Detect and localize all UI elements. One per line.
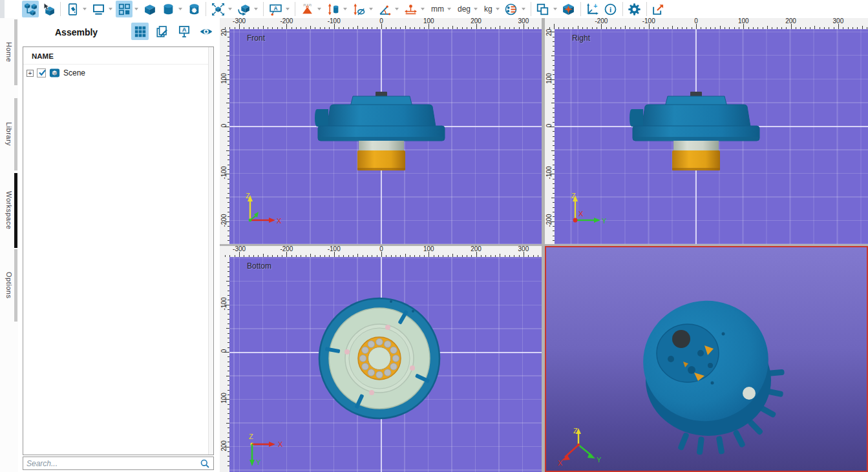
side-tab-library[interactable]: Library [0,98,18,170]
dropdown-arrow-icon[interactable] [178,8,182,10]
dropdown-arrow-icon[interactable] [522,8,525,10]
svg-text:Z: Z [573,427,578,435]
toolbar-cube-select-button[interactable] [40,1,57,17]
toolbar-settings-gear-button[interactable] [626,1,643,17]
cube-select-icon [42,3,56,16]
ruler-horizontal-front: -300-200-1000100200300 [220,18,542,29]
toolbar-cylinder-button[interactable] [160,1,176,17]
diameter-measure-icon [352,3,366,16]
dropdown-arrow-icon[interactable] [134,8,138,10]
viewport-label: Right [572,34,590,43]
panel-tool-visibility-eye[interactable] [197,23,215,40]
toolbar-unit-angle[interactable]: deg [454,5,472,14]
ruler-tick [524,24,524,29]
caliper-measure-icon [404,3,418,16]
toolbar-separator [622,2,623,16]
dropdown-arrow-icon[interactable] [553,8,557,10]
tree-scrollbar[interactable] [208,47,213,455]
toolbar-fill-document-button[interactable] [64,1,81,17]
toolbar-separator [263,2,264,16]
panel-tool-label-display[interactable]: A [175,23,193,40]
tree-row-scene[interactable]: + Scene [23,65,213,81]
ruler-tick-label: 100 [419,18,438,25]
toolbar-viewport-layout-button[interactable] [116,1,132,17]
toolbar-expand-cube-button[interactable] [209,1,226,17]
dropdown-arrow-icon[interactable] [83,8,87,10]
panel-header: Assembly A [18,18,220,46]
toolbar-cylinder-gear-button[interactable] [185,1,202,17]
distance-cylinder-icon [326,3,340,16]
toolbar-diameter-measure-button[interactable] [350,1,367,17]
scene-checkbox[interactable] [37,68,46,77]
grid-view-icon [133,25,147,39]
panel-tool-grid-view[interactable] [131,23,149,40]
toolbar-separator [580,2,581,16]
toolbar-info-button[interactable]: i [602,1,619,17]
search-input[interactable] [26,459,200,468]
toolbar-cube-star-button[interactable] [560,1,577,17]
bottom-view-canvas[interactable]: Bottom Z X Y [229,257,542,472]
toolbar-unit-mass[interactable]: kg [480,5,494,14]
side-tab-home[interactable]: Home [0,19,18,85]
ruler-tick-label: 0 [545,116,553,136]
axis-triad-bottom: Z X Y [239,430,284,469]
toolbar-screen-label-button[interactable]: A [267,1,284,17]
external-window-icon [651,3,665,16]
ruler-tick [334,252,335,257]
dropdown-arrow-icon[interactable] [254,8,258,10]
ruler-tick [554,24,555,29]
viewport-front: -300-200-1000100200300 -200-1000100200 F… [220,18,542,244]
svg-text:Z: Z [246,192,250,200]
dropdown-arrow-icon[interactable] [228,8,232,10]
side-tab-workspace[interactable]: Workspace [0,173,18,248]
viewport-perspective-selected: Z X Y [545,246,868,472]
ruler-tick-label: 100 [220,389,228,408]
dropdown-arrow-icon[interactable] [109,8,112,10]
toolbar-unit-length[interactable]: mm [427,5,446,14]
toolbar-axes-plus-button[interactable]: + [584,1,601,17]
toolbar-cube-solid-button[interactable] [142,1,158,17]
dropdown-arrow-icon[interactable] [317,8,321,10]
toolbar-cube-arrow-button[interactable] [235,1,252,17]
toolbar-distance-cylinder-button[interactable] [324,1,341,17]
toolbar-point-coordinate-button[interactable]: (X,Y,Z) [299,1,315,17]
model-front-view[interactable] [310,91,452,178]
dropdown-arrow-icon[interactable] [496,8,500,10]
side-tab-options[interactable]: Options [0,249,18,322]
toolbar-color-palette-button[interactable] [503,1,520,17]
ruler-tick-label: -200 [220,210,228,230]
front-view-canvas[interactable]: Front Z X [229,29,542,244]
toolbar-overlap-squares-button[interactable] [535,1,551,17]
search-icon[interactable] [200,458,210,469]
dropdown-arrow-icon[interactable] [447,8,451,10]
panel-tool-edit-annotations[interactable] [153,23,171,40]
right-view-canvas[interactable]: Right Z X Y [555,29,868,244]
model-right-view[interactable] [625,91,767,178]
toolbar-external-window-button[interactable] [650,1,667,17]
ruler-tick-label: 0 [220,342,228,361]
ruler-tick-label: -100 [220,294,228,313]
ruler-tick-label: -200 [277,18,296,25]
toolbar-angle-measure-button[interactable] [376,1,393,17]
dropdown-arrow-icon[interactable] [286,8,290,10]
toolbar-assembly-structure-button[interactable] [22,1,39,17]
ruler-tick [791,24,792,29]
toolbar-separator [206,2,206,16]
dropdown-arrow-icon[interactable] [343,8,347,10]
model-perspective-view[interactable] [591,256,823,471]
svg-text:Y: Y [597,456,602,464]
label-display-icon: A [177,25,191,39]
dropdown-arrow-icon[interactable] [421,8,425,10]
toolbar-caliper-measure-button[interactable] [402,1,419,17]
dropdown-arrow-icon[interactable] [395,8,399,10]
dropdown-arrow-icon[interactable] [474,8,478,10]
settings-gear-icon [628,3,641,16]
model-bottom-view[interactable] [315,294,444,426]
ruler-tick [696,24,697,29]
viewport-area: -300-200-1000100200300 -200-1000100200 F… [220,18,868,472]
perspective-view-canvas[interactable]: Z X Y [546,247,867,471]
expand-icon[interactable]: + [26,70,34,77]
toolbar-monitor-view-button[interactable] [90,1,107,17]
viewport-label: Front [247,34,265,43]
dropdown-arrow-icon[interactable] [369,8,373,10]
